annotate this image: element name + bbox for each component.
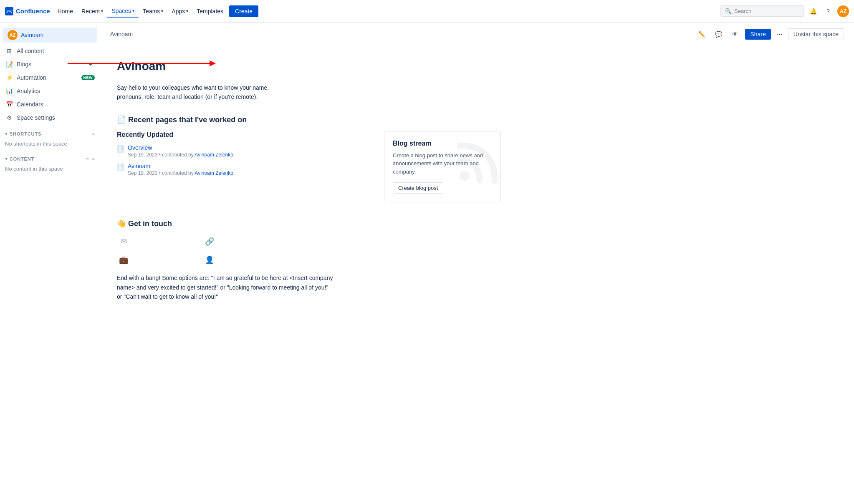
- sidebar-item-label: Space settings: [17, 114, 95, 121]
- main-layout: AZ Avinoam ⊞ All content 📝 Blogs + ⚡ Aut…: [0, 23, 854, 328]
- avatar[interactable]: AZ: [837, 5, 849, 17]
- edit-button[interactable]: ✏️: [695, 28, 708, 41]
- content-section: ▾ CONTENT ≡ + No content in this space: [0, 154, 100, 174]
- share-button[interactable]: Share: [745, 29, 771, 40]
- create-blog-button[interactable]: Create blog post: [393, 182, 443, 194]
- blog-icon: 📝: [5, 60, 13, 68]
- page-title: Avinoam: [117, 60, 501, 73]
- content-filter-icon[interactable]: ≡: [86, 156, 89, 161]
- svg-point-3: [460, 171, 470, 181]
- breadcrumb: Avinoam: [110, 31, 133, 38]
- search-box[interactable]: 🔍 Search: [720, 5, 804, 17]
- gear-icon: ⚙: [5, 113, 13, 122]
- bolt-icon: ⚡: [5, 73, 13, 82]
- notifications-button[interactable]: 🔔: [807, 5, 819, 17]
- bag-icon-item: 💼: [117, 253, 130, 267]
- top-navigation: Confluence Home Recent ▾ Spaces ▾ Teams …: [0, 0, 854, 23]
- sidebar-item-label: Analytics: [17, 88, 95, 94]
- recent-section-title: 📄 Recent pages that I've worked on: [117, 115, 501, 124]
- sidebar-item-all-content[interactable]: ⊞ All content: [0, 44, 100, 58]
- shortcuts-empty-message: No shortcuts in this space: [5, 138, 95, 149]
- search-icon: 🔍: [725, 8, 732, 14]
- sidebar-item-automation[interactable]: ⚡ Automation NEW: [0, 71, 100, 84]
- page-title-link[interactable]: Avinoam: [128, 163, 150, 169]
- shortcuts-section-header[interactable]: ▾ SHORTCUTS +: [5, 129, 95, 138]
- logo[interactable]: Confluence: [5, 7, 50, 15]
- chevron-down-icon: ▾: [5, 131, 8, 136]
- nav-home[interactable]: Home: [53, 5, 77, 17]
- help-button[interactable]: ?: [822, 5, 834, 17]
- page-meta: Sep 19, 2023 • contributed by Avinoam Ze…: [128, 170, 374, 176]
- link-icon-item: 🔗: [203, 235, 216, 248]
- sidebar-item-analytics[interactable]: 📊 Analytics: [0, 84, 100, 98]
- recently-updated-label: Recently Updated: [117, 131, 374, 139]
- nav-recent[interactable]: Recent ▾: [77, 5, 107, 17]
- content-area: Avinoam Say hello to your colleagues who…: [100, 46, 518, 328]
- add-shortcut-button[interactable]: +: [92, 131, 95, 136]
- rss-icon: [455, 136, 501, 186]
- chart-icon: 📊: [5, 87, 13, 95]
- email-icon: ✉: [121, 237, 127, 246]
- chevron-down-icon: ▾: [186, 9, 188, 13]
- sidebar-item-label: Automation: [17, 74, 78, 81]
- sidebar-item-label: Calendars: [17, 101, 95, 108]
- chevron-down-icon: ▾: [132, 8, 134, 13]
- get-in-touch-section: 👋 Get in touch ✉ 🔗 💼 👤 End with a: [117, 219, 501, 301]
- breadcrumb-actions: ✏️ 💬 👁 Share ··· Unstar this space: [695, 28, 844, 41]
- grid-icon: ⊞: [5, 47, 13, 55]
- add-blog-button[interactable]: +: [86, 60, 95, 68]
- link-icon: 🔗: [205, 237, 214, 246]
- email-icon-item: ✉: [117, 235, 130, 248]
- person-icon-item: 👤: [203, 253, 216, 267]
- sidebar-user-avatar: AZ: [8, 30, 18, 40]
- new-badge: NEW: [81, 75, 95, 80]
- intro-text: Say hello to your colleagues who want to…: [117, 83, 275, 102]
- chevron-down-icon: ▾: [161, 9, 163, 13]
- author-link[interactable]: Avinoam Zelenko: [195, 152, 233, 158]
- page-icon: 📄: [117, 145, 124, 153]
- sidebar-item-space-settings[interactable]: ⚙ Space settings: [0, 111, 100, 124]
- nav-spaces[interactable]: Spaces ▾: [107, 5, 139, 18]
- person-icon: 👤: [205, 255, 214, 265]
- sidebar-user-item[interactable]: AZ Avinoam: [3, 28, 97, 43]
- sidebar-user-name: Avinoam: [21, 32, 43, 38]
- nav-templates[interactable]: Templates: [192, 5, 227, 17]
- blog-stream-card: Blog stream Create a blog post to share …: [384, 131, 501, 203]
- author-link[interactable]: Avinoam Zelenko: [195, 170, 233, 176]
- nav-links: Home Recent ▾ Spaces ▾ Teams ▾ Apps ▾ Te…: [53, 5, 258, 18]
- two-col-layout: Recently Updated 📄 Overview Sep 19, 2023…: [117, 131, 501, 203]
- contact-grid: ✉ 🔗 💼 👤: [117, 235, 284, 267]
- sidebar-item-blogs[interactable]: 📝 Blogs +: [0, 58, 100, 71]
- list-item: 📄 Overview Sep 19, 2023 • contributed by…: [117, 144, 374, 158]
- confluence-logo-icon: [5, 7, 13, 15]
- search-placeholder: Search: [734, 8, 751, 14]
- page-title-link[interactable]: Overview: [128, 144, 152, 151]
- list-item: 📄 Avinoam Sep 19, 2023 • contributed by …: [117, 163, 374, 176]
- sidebar-item-label: All content: [17, 48, 95, 54]
- sidebar-item-label: Blogs: [17, 61, 83, 68]
- add-content-button[interactable]: +: [92, 156, 95, 161]
- chevron-down-icon: ▾: [5, 156, 8, 161]
- create-button[interactable]: Create: [229, 5, 258, 17]
- more-actions-button[interactable]: ···: [774, 28, 785, 41]
- end-text: End with a bang! Some options are: "I am…: [117, 273, 334, 301]
- brand-label: Confluence: [16, 8, 50, 15]
- content-empty-message: No content in this space: [5, 163, 95, 174]
- chevron-down-icon: ▾: [101, 9, 103, 13]
- page-meta: Sep 19, 2023 • contributed by Avinoam Ze…: [128, 152, 374, 158]
- nav-right: 🔍 Search 🔔 ? AZ: [720, 5, 849, 17]
- main-content: Avinoam ✏️ 💬 👁 Share ··· Unstar this spa…: [100, 23, 854, 328]
- nav-teams[interactable]: Teams ▾: [139, 5, 167, 17]
- shortcuts-section: ▾ SHORTCUTS + No shortcuts in this space: [0, 129, 100, 149]
- bag-icon: 💼: [119, 255, 128, 265]
- comment-button[interactable]: 💬: [712, 28, 725, 41]
- unstar-button[interactable]: Unstar this space: [788, 28, 844, 40]
- sidebar-item-calendars[interactable]: 📅 Calendars: [0, 98, 100, 111]
- watch-button[interactable]: 👁: [728, 28, 742, 41]
- page-icon: 📄: [117, 164, 124, 171]
- sidebar: AZ Avinoam ⊞ All content 📝 Blogs + ⚡ Aut…: [0, 23, 100, 328]
- svg-rect-0: [5, 7, 13, 15]
- nav-apps[interactable]: Apps ▾: [167, 5, 192, 17]
- content-section-header[interactable]: ▾ CONTENT ≡ +: [5, 154, 95, 163]
- breadcrumb-bar: Avinoam ✏️ 💬 👁 Share ··· Unstar this spa…: [100, 23, 854, 46]
